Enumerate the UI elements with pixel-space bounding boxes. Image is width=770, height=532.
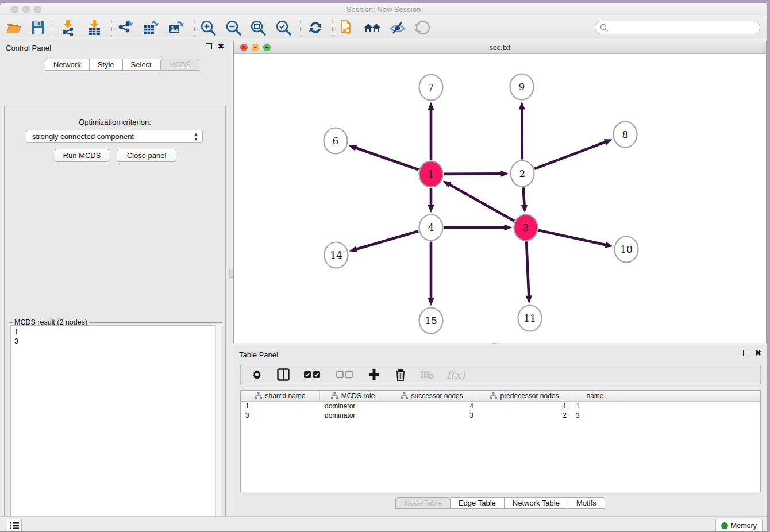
- network-canvas[interactable]: 1234678910111415: [234, 54, 766, 343]
- graph-edge-2-9[interactable]: [522, 108, 522, 159]
- result-scrollbar[interactable]: [215, 325, 221, 532]
- graph-node-label-8: 8: [622, 129, 629, 140]
- column-header-name[interactable]: name: [571, 391, 619, 401]
- network-graph: 1234678910111415: [234, 54, 766, 343]
- column-header-shared-name[interactable]: shared name: [241, 391, 320, 401]
- select-all-rows-icon[interactable]: [303, 368, 322, 381]
- table-panel-title: Table Panel: [239, 350, 278, 359]
- zoom-in-icon[interactable]: [199, 19, 217, 36]
- column-header-predecessor-nodes[interactable]: predecessor nodes: [478, 391, 571, 401]
- export-network-icon[interactable]: [116, 19, 134, 36]
- column-label: name: [586, 392, 603, 400]
- show-column-panel-icon[interactable]: [276, 368, 290, 381]
- table-tabs: Node TableEdge TableNetwork TableMotifs: [395, 497, 605, 509]
- import-table-icon[interactable]: [85, 19, 103, 36]
- status-bar: Memory: [0, 516, 767, 532]
- graph-edge-arrowhead: [500, 171, 509, 177]
- table-settings-gear-icon[interactable]: [250, 368, 264, 381]
- graph-edge-2-3[interactable]: [523, 187, 525, 206]
- column-header-MCDS-role[interactable]: MCDS role: [320, 391, 386, 401]
- export-image-icon[interactable]: [167, 19, 185, 36]
- show-all-houses-icon[interactable]: [363, 19, 382, 36]
- cell-shared-name[interactable]: 3: [241, 411, 320, 420]
- save-session-icon[interactable]: [29, 19, 47, 36]
- deselect-all-rows-icon[interactable]: [335, 368, 355, 381]
- zoom-fit-icon[interactable]: [249, 19, 267, 36]
- zoom-out-icon[interactable]: [224, 19, 242, 36]
- optimization-criterion-value: strongly connected component: [32, 132, 134, 141]
- tab-network[interactable]: Network: [45, 59, 90, 71]
- graph-edge-3-1[interactable]: [449, 184, 514, 221]
- column-tree-icon: [490, 392, 497, 399]
- column-label: MCDS role: [341, 392, 375, 400]
- delete-column-trash-icon[interactable]: [394, 368, 407, 381]
- graph-edge-arrowhead: [428, 102, 434, 110]
- optimization-criterion-select[interactable]: strongly connected component ▲▼: [26, 130, 203, 143]
- graph-edge-1-6[interactable]: [355, 148, 419, 170]
- column-header-successor-nodes[interactable]: successor nodes: [386, 391, 478, 401]
- close-panel-button[interactable]: Close panel: [117, 149, 176, 162]
- cell-MCDS-role[interactable]: dominator: [320, 402, 386, 411]
- open-session-icon[interactable]: [5, 19, 23, 36]
- toolbar-separator: [111, 20, 112, 36]
- cell-successor-nodes[interactable]: 3: [386, 411, 478, 420]
- app-title: Session: New Session: [0, 5, 767, 14]
- float-table-panel-icon[interactable]: [743, 350, 749, 356]
- apply-layout-icon[interactable]: [306, 19, 325, 36]
- table-row[interactable]: 3dominator323: [241, 411, 760, 420]
- zoom-selected-icon[interactable]: [274, 19, 292, 36]
- function-builder-icon: f(x): [446, 368, 465, 381]
- graph-edge-3-11[interactable]: [526, 241, 529, 296]
- delete-table-icon: [420, 368, 434, 381]
- run-mcds-button[interactable]: Run MCDS: [55, 149, 109, 162]
- list-icon: [10, 522, 19, 530]
- import-network-icon[interactable]: [59, 19, 77, 36]
- graph-edge-2-8[interactable]: [534, 142, 606, 169]
- create-column-plus-icon[interactable]: [367, 368, 381, 381]
- graph-node-label-4: 4: [428, 222, 434, 233]
- cell-predecessor-nodes[interactable]: 2: [478, 411, 571, 420]
- search-field[interactable]: [595, 21, 760, 34]
- tab-motifs[interactable]: Motifs: [568, 497, 605, 509]
- graph-edge-3-10[interactable]: [538, 230, 606, 245]
- toolbar-separator: [194, 20, 195, 36]
- graph-edge-arrowhead: [605, 242, 613, 248]
- select-stepper-icon: ▲▼: [194, 132, 198, 142]
- cell-MCDS-role[interactable]: dominator: [320, 411, 386, 420]
- birdseye-icon[interactable]: [414, 19, 432, 36]
- close-panel-icon[interactable]: ✖: [218, 43, 224, 49]
- close-table-panel-icon[interactable]: ✖: [755, 350, 761, 356]
- memory-status-dot: [721, 522, 728, 529]
- tab-style[interactable]: Style: [90, 59, 123, 71]
- cell-name[interactable]: 3: [571, 411, 619, 420]
- clone-network-icon[interactable]: [338, 19, 356, 36]
- export-table-icon[interactable]: [141, 19, 160, 36]
- graph-edge-1-2[interactable]: [444, 174, 502, 174]
- graph-edge-arrowhead: [505, 224, 513, 230]
- table-row[interactable]: 1dominator411: [241, 402, 760, 411]
- float-panel-icon[interactable]: [206, 43, 212, 49]
- tab-network-table[interactable]: Network Table: [505, 497, 568, 509]
- cell-successor-nodes[interactable]: 4: [386, 402, 478, 411]
- graph-edge-arrowhead: [428, 298, 434, 306]
- task-history-button[interactable]: [7, 519, 22, 532]
- search-input[interactable]: [609, 24, 760, 32]
- graph-edge-arrowhead: [604, 139, 613, 145]
- mcds-result-text[interactable]: 1 3: [10, 325, 221, 532]
- hide-selected-eye-icon[interactable]: [388, 19, 407, 36]
- column-label: successor nodes: [411, 392, 463, 400]
- memory-label: Memory: [731, 522, 757, 530]
- screen: Session: New Session: [0, 0, 770, 532]
- mcds-result-group: MCDS result (2 nodes) 1 3: [9, 322, 222, 532]
- memory-button[interactable]: Memory: [715, 519, 763, 532]
- graph-edge-4-14[interactable]: [356, 231, 418, 249]
- cell-name[interactable]: 1: [571, 402, 619, 411]
- cell-predecessor-nodes[interactable]: 1: [478, 402, 571, 411]
- tab-select[interactable]: Select: [123, 59, 160, 71]
- cell-shared-name[interactable]: 1: [241, 402, 320, 411]
- tab-edge-table[interactable]: Edge Table: [451, 497, 505, 509]
- tab-mcds[interactable]: MCDS: [160, 59, 199, 71]
- tab-node-table[interactable]: Node Table: [395, 497, 451, 509]
- control-panel-title: Control Panel: [6, 44, 51, 52]
- search-icon: [600, 24, 609, 32]
